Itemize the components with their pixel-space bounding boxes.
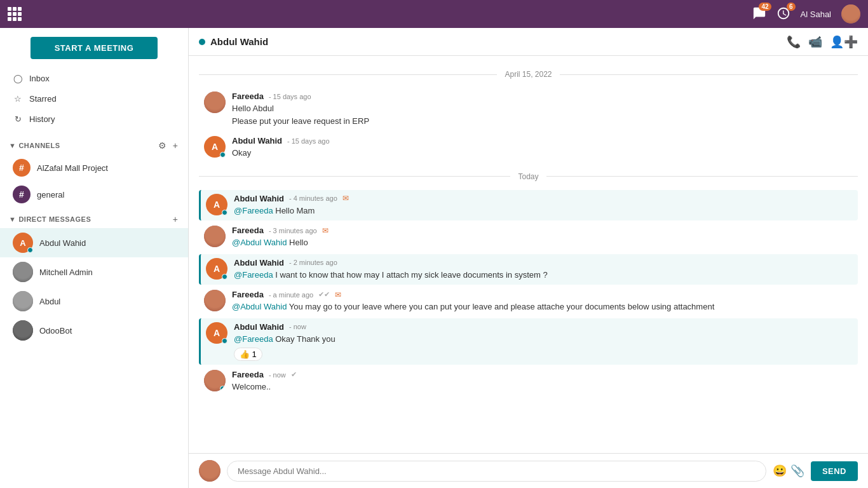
send-button[interactable]: SEND	[811, 461, 858, 481]
msg-time-1: - 15 days ago	[269, 93, 311, 100]
dm-item-abdul-wahid[interactable]: A Abdul Wahid	[0, 228, 188, 257]
msg-content-1: Fareeda - 15 days ago Hello Abdul Please…	[232, 92, 853, 127]
dm-item-odoobot[interactable]: OdooBot	[0, 316, 188, 345]
msg-sender-6: Fareeda	[232, 290, 264, 299]
date-divider-today: Today	[199, 172, 858, 181]
msg-text-7: @Fareeda Okay Thank you	[234, 333, 853, 346]
msg-content-3: Abdul Wahid - 4 minutes ago ✉ @Fareeda H…	[234, 194, 853, 217]
inbox-icon: ◯	[13, 73, 23, 83]
topbar: 42 6 Al Sahal	[0, 0, 868, 28]
channels-add-button[interactable]: +	[172, 139, 179, 152]
online-dot-msg5	[222, 274, 227, 280]
msg-sender-7: Abdul Wahid	[234, 322, 284, 332]
add-user-button[interactable]: 👤➕	[830, 35, 858, 49]
chat-online-dot	[199, 39, 205, 45]
chat-messages: April 15, 2022 Fareeda - 15 days ago Hel…	[189, 56, 868, 453]
msg-content-4: Fareeda - 3 minutes ago ✉ @Abdul Wahid H…	[232, 226, 853, 249]
msg-header-2: Abdul Wahid - 15 days ago	[232, 136, 853, 146]
online-dot-msg8	[220, 386, 226, 391]
channels-settings-button[interactable]: ⚙	[157, 139, 168, 152]
email-icon-6: ✉	[335, 290, 341, 299]
msg-text-6: @Abdul Wahid You may go to your leave wh…	[232, 301, 853, 313]
msg-sender-5: Abdul Wahid	[234, 258, 284, 268]
dm-add-button[interactable]: +	[172, 213, 179, 226]
msg-avatar-fareeda-1	[204, 92, 226, 113]
msg-avatar-fareeda-2	[204, 226, 226, 247]
msg-sender-2: Abdul Wahid	[232, 136, 282, 146]
online-indicator-abdul-wahid	[27, 247, 33, 253]
activity-button[interactable]: 6	[776, 6, 790, 22]
dm-name-abdul-wahid: Abdul Wahid	[39, 238, 86, 248]
chevron-down-icon-dm: ▼	[9, 215, 16, 223]
online-dot-msg3	[222, 210, 227, 215]
chat-header: Abdul Wahid 📞 📹 👤➕	[189, 28, 868, 56]
dm-item-abdul[interactable]: Abdul	[0, 287, 188, 316]
message-row-msg5: A Abdul Wahid - 2 minutes ago @Fareeda I…	[199, 254, 858, 285]
video-button[interactable]: 📹	[808, 35, 822, 49]
user-avatar[interactable]	[841, 4, 860, 24]
msg-content-7: Abdul Wahid - now @Fareeda Okay Thank yo…	[234, 322, 853, 362]
sidebar: START A MEETING ◯ Inbox ☆ Starred ↻ Hist…	[0, 28, 189, 488]
dm-toggle[interactable]: ▼ DIRECT MESSAGES	[9, 215, 91, 223]
sidebar-item-history[interactable]: ↻ History	[0, 109, 188, 129]
msg-text-3: @Fareeda Hello Mam	[234, 205, 853, 217]
msg-avatar-fareeda-3	[204, 290, 226, 311]
msg-time-3: - 4 minutes ago	[289, 194, 337, 202]
channel-item-general[interactable]: # general	[0, 181, 188, 208]
emoji-reaction-7[interactable]: 👍 1	[234, 348, 262, 361]
channels-toggle[interactable]: ▼ CHANNELS	[9, 142, 60, 149]
date-label-today: Today	[518, 172, 538, 181]
attachment-button[interactable]: 📎	[790, 464, 804, 478]
msg-content-8: Fareeda - now ✔ Welcome..	[232, 370, 853, 393]
date-divider-april: April 15, 2022	[199, 70, 858, 79]
channel-icon-general: #	[13, 186, 31, 203]
msg-text-1a: Hello Abdul	[232, 102, 853, 115]
mention-7: @Fareeda	[234, 334, 273, 344]
dm-item-mitchell-admin[interactable]: Mitchell Admin	[0, 257, 188, 287]
msg-text-1b: Please put your leave request in ERP	[232, 115, 853, 128]
online-dot-msg7	[222, 338, 227, 344]
sidebar-nav-starred-label: Starred	[29, 94, 57, 104]
msg-time-5: - 2 minutes ago	[289, 259, 337, 266]
msg-avatar-abdul-4: A	[206, 322, 227, 344]
channels-section-header: ▼ CHANNELS ⚙ +	[0, 134, 188, 154]
main-layout: START A MEETING ◯ Inbox ☆ Starred ↻ Hist…	[0, 28, 868, 488]
channel-item-alzafal[interactable]: # AlZafal Mall Project	[0, 154, 188, 181]
emoji-button[interactable]: 😀	[773, 464, 787, 478]
online-dot-msg2	[220, 152, 226, 158]
chat-header-right: 📞 📹 👤➕	[787, 35, 858, 49]
sidebar-nav-history-label: History	[29, 114, 55, 124]
sidebar-item-starred[interactable]: ☆ Starred	[0, 88, 188, 109]
msg-text-4: @Abdul Wahid Hello	[232, 236, 853, 249]
msg-avatar-abdul-2: A	[206, 194, 227, 215]
topbar-left	[8, 7, 22, 21]
dm-avatar-mitchell	[13, 262, 33, 282]
message-input[interactable]	[227, 461, 766, 482]
channel-name-alzafal: AlZafal Mall Project	[37, 163, 108, 173]
msg-time-2: - 15 days ago	[287, 137, 330, 145]
msg-avatar-abdul-1: A	[204, 136, 226, 158]
message-row-msg2: A Abdul Wahid - 15 days ago Okay	[199, 132, 858, 163]
msg-text-5: @Fareeda I want to know that how may I a…	[234, 269, 853, 281]
channel-name-general: general	[37, 190, 64, 200]
msg-sender-8: Fareeda	[232, 370, 264, 379]
check-icon-8: ✔	[291, 370, 297, 379]
call-button[interactable]: 📞	[787, 35, 801, 49]
dm-label: DIRECT MESSAGES	[18, 215, 91, 223]
input-actions: 😀 📎	[773, 464, 804, 478]
chat-title: Abdul Wahid	[210, 36, 268, 47]
msg-header-5: Abdul Wahid - 2 minutes ago	[234, 258, 853, 268]
msg-header-1: Fareeda - 15 days ago	[232, 92, 853, 101]
apps-icon[interactable]	[8, 7, 22, 21]
message-row-msg3: A Abdul Wahid - 4 minutes ago ✉ @Fareeda…	[199, 190, 858, 221]
sidebar-item-inbox[interactable]: ◯ Inbox	[0, 68, 188, 88]
notifications-button[interactable]: 42	[752, 6, 766, 22]
msg-time-6: - a minute ago	[269, 291, 313, 299]
dm-avatar-abdul	[13, 291, 33, 311]
history-icon: ↻	[13, 114, 23, 124]
start-meeting-button[interactable]: START A MEETING	[31, 37, 158, 59]
dm-actions: +	[172, 213, 179, 226]
message-row-msg1: Fareeda - 15 days ago Hello Abdul Please…	[199, 88, 858, 131]
sidebar-nav: ◯ Inbox ☆ Starred ↻ History	[0, 68, 188, 134]
message-row-msg4: Fareeda - 3 minutes ago ✉ @Abdul Wahid H…	[199, 222, 858, 253]
